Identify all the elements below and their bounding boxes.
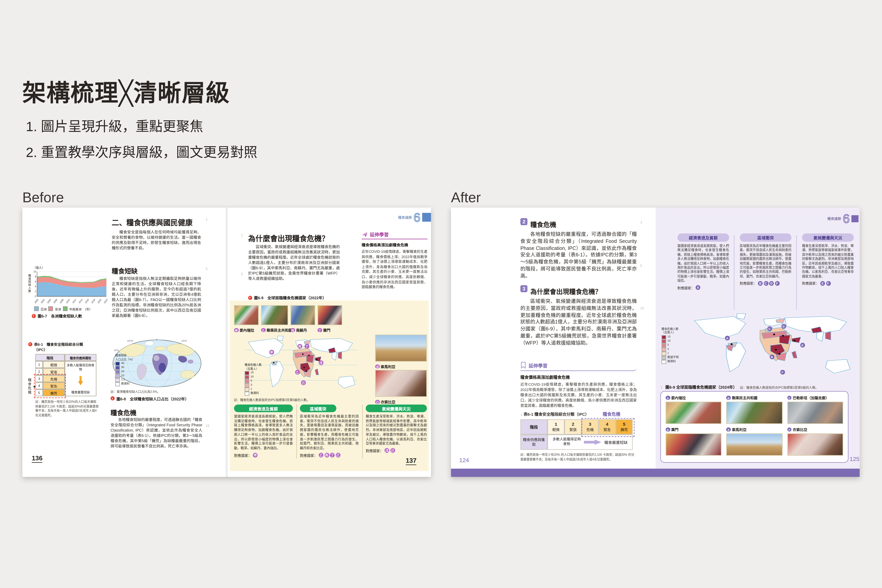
map-marker: B: [770, 355, 774, 359]
section-heading: 糧食危機: [530, 219, 556, 229]
shortage-heading: 糧食短缺: [112, 266, 138, 275]
point-2: 2. 重置教學次序與層級，圖文更易對照: [26, 141, 257, 161]
legend-asia: 亞洲: [40, 307, 46, 311]
photo-cell: B剛果民主共和國: [726, 395, 782, 424]
photo-label: 衣索比亞: [381, 399, 395, 405]
line-marker: 5: [640, 264, 642, 267]
map68-legend: 糧食短缺 人口占比（%） 40 30 20 10 2.5 無資料: [115, 354, 135, 386]
table-6-1-block: 表6-1 糧食安全階段綜合分類 （IPC） 階段 糧食供應與獲取 1 輕微: [28, 342, 104, 418]
map-marker: 乙: [295, 370, 300, 374]
photo-panel: A委內瑞拉 B剛果民主共和國 C巴勒斯坦（加薩走廊） D葉門 E索馬利亞: [660, 391, 849, 463]
stage-name: 輕微: [43, 361, 64, 368]
fig68-caption: 圖6-8 全球糧食短缺人口占比（2022年）: [116, 396, 189, 401]
map-marker: 戊: [319, 360, 323, 365]
photo-somalia: [375, 334, 427, 362]
after-label: After: [451, 189, 481, 206]
chapter-square: [422, 213, 431, 222]
cause-body: 區域衝突為近年糧食危機最主要的因素。衝突不但造成人民生命與財產的損失，更破壞農田…: [740, 244, 792, 279]
map-marker: 己: [301, 380, 306, 385]
svg-text:2010: 2010: [66, 298, 70, 304]
country-badges: EF: [820, 281, 831, 286]
photo-cell: D葉門: [666, 427, 722, 456]
svg-text:2004: 2004: [46, 298, 51, 304]
map-marker: 甲: [269, 350, 274, 354]
figure-marker-icon: [248, 296, 252, 300]
after-spread: 2 糧食危機 1 各地糧食短缺的嚴重程度，可透過聯合國的「糧食安全階段綜合分類」…: [451, 208, 860, 477]
extension-box: 延伸學習 糧食價格高漲加劇糧食危機 近年COVID-19疫情肆虐，衝擊糧食的生產…: [520, 362, 637, 408]
table61-caption2: （IPC）: [34, 347, 104, 352]
right-arrow-icon: [584, 440, 602, 445]
svg-text:120°W: 120°W: [127, 340, 133, 342]
supply-label: 糧食供應與獲取: [520, 435, 548, 450]
section-heading: 為什麼會出現糧食危機？: [530, 286, 602, 296]
chart-6-7-block: （億人） 糧食短缺人數 0246810200020022004200620082…: [27, 265, 110, 319]
divider: [734, 236, 734, 310]
chapter-number: 6: [414, 211, 420, 224]
cause-body: 區域衝突為近年糧食危機最主要的因素。衝突不但造成人民生命與財產的損失，更破壞農田…: [300, 414, 358, 451]
why-heading: 為什麼會出現糧食危機？: [248, 232, 329, 243]
cause-body: 糧食生產深受乾旱、洪水、熱浪、寒潮、熱帶氣旋等極端氣候事件影響，其中乾旱以及隨之…: [366, 414, 427, 446]
page-number: 136: [32, 454, 42, 463]
photo-label: 南蘇丹: [296, 327, 307, 333]
legend-title: 人口占比（%）: [115, 358, 135, 362]
line-marker: 10: [640, 306, 644, 310]
supply-right: 糧食嚴重短缺: [604, 439, 628, 445]
photo-key-badge: 甲: [234, 328, 238, 332]
photo-key-badge: 乙: [261, 328, 266, 332]
col-stage: 階段: [35, 354, 64, 361]
table61-caption: 表6-1 糧食安全階段綜合分類（IPC）: [524, 411, 589, 417]
fig69-caption: 圖6-9 全球面臨糧食危機國家（2024年）: [665, 384, 737, 390]
up-arrow-glyph: ↑: [660, 385, 663, 389]
crisis-tag: 糧食危機: [603, 410, 620, 417]
map-marker: 丁: [304, 344, 309, 348]
map69-note: 註：糧食危機人數是指符合IPC指標第3至第5級的人數。: [234, 398, 369, 403]
photo-venezuela: [234, 305, 259, 325]
photo-label: 剛果民主共和國: [267, 327, 292, 333]
line-marker: 15: [206, 424, 209, 428]
figure-marker-icon: [28, 342, 32, 346]
cause-body: 當國家經濟衰退或長期貧窮，使人們無法購足糧食時，也會發生糧食危機。若碰上糧食價格…: [234, 414, 293, 451]
shortage-paragraph: 糧食短缺是指個人無法定期攝取足夠熱量以維持正常和健康的生活。全球糧食短缺人口經長…: [112, 276, 201, 318]
map-marker: C: [767, 326, 772, 331]
section-title: 二、糧食供應與國民健康: [112, 216, 193, 228]
map-marker: E: [800, 343, 805, 347]
svg-text:2006: 2006: [53, 298, 58, 304]
cause-title: 氣候變遷與天災: [366, 405, 427, 412]
extension-label: 延伸學習: [370, 231, 388, 237]
crisis-dashed-box: [582, 418, 634, 437]
crisis-vertical-label: 糧食危機: [27, 378, 32, 394]
extension-title: 糧食價格高漲加劇糧食危機: [362, 242, 428, 248]
legend-latam: 中南美洲: [69, 307, 81, 311]
map-marker: A: [725, 336, 729, 340]
bookmark-icon: [520, 362, 526, 369]
world-map-crisis: A B C D E F: [687, 312, 855, 382]
photo-label: 索馬利亞: [381, 364, 395, 369]
photo-cell: E索馬利亞: [726, 427, 782, 456]
extension-body: 近年COVID-19疫情肆虐，衝擊糧食的生產與供應，糧食價格上漲；2022年俄烏…: [520, 382, 637, 408]
legend-nodata: 無資料: [121, 382, 129, 386]
canvas: 架構梳理╳清晰層級 1. 圖片呈現升級，重點更聚焦 2. 重置教學次序與層級，圖…: [0, 0, 882, 588]
legend-africa: 非洲: [55, 307, 61, 311]
map-6-9-block: 糧食危機人數 （百萬人） 15 10 5 3 1 無資料 甲 乙 丙 丁 戊 己: [243, 334, 358, 396]
chapter-label: 糧食議題: [827, 216, 841, 221]
photo-label: 葉門: [323, 327, 330, 333]
chapter-square: [851, 215, 858, 222]
cause-body: 當國家經濟衰退或長期貧窮，使人們無法購足糧食時，也會發生糧食危機。若碰上糧食價格…: [677, 244, 729, 283]
photo-cell: F衣索比亞: [787, 427, 843, 456]
country-badges: 乙丙丁己: [319, 453, 341, 458]
cause-box-economy: 經濟衰退及貧窮 當國家經濟衰退或長期貧窮，使人們無法購足糧食時，也會發生糧食危機…: [234, 405, 293, 458]
divider: [796, 236, 797, 310]
svg-text:0°: 0°: [156, 339, 158, 341]
stage-label: 階段: [520, 419, 548, 435]
photo-label: 委內瑞拉: [240, 327, 254, 333]
line-marker: 1: [640, 220, 642, 224]
crisis-heading: 糧食危機: [111, 408, 136, 417]
map68-note: 註：臺灣糧食短缺人口占比為2.5%。: [111, 390, 205, 394]
photo-congo: [261, 305, 288, 325]
fig69-caption: 圖6-9 全球面臨糧食危機國家（2022年）: [254, 295, 326, 300]
svg-text:6: 6: [35, 280, 36, 283]
cause-box-economy: 經濟衰退及貧窮 當國家經濟衰退或長期貧窮，使人們無法購足糧食時，也會發生糧食危機…: [677, 233, 729, 290]
map-marker: F: [780, 370, 785, 374]
photo-key-badge: 丁: [318, 328, 322, 332]
svg-text:2018: 2018: [91, 298, 96, 304]
